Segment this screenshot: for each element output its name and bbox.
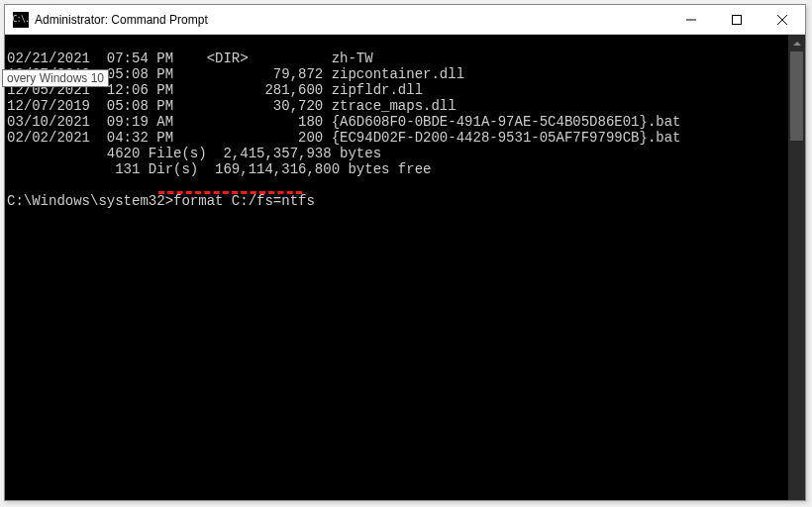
tooltip: overy Windows 10 [2, 69, 109, 87]
output-line: 03/10/2021 09:19 AM 180 {A6D608F0-0BDE-4… [7, 114, 681, 130]
output-line: 131 Dir(s) 169,114,316,800 bytes free [7, 161, 431, 177]
highlight-underline [158, 191, 302, 194]
scroll-up-arrow[interactable] [788, 35, 805, 51]
svg-rect-1 [733, 15, 742, 24]
output-line: 4620 File(s) 2,415,357,938 bytes [7, 146, 381, 161]
terminal-output: 02/21/2021 07:54 PM <DIR> zh-TW 12/07/20… [5, 35, 788, 500]
command-prompt-window: C:\. Administrator: Command Prompt 02/21… [4, 4, 806, 501]
svg-marker-4 [793, 42, 801, 46]
maximize-button[interactable] [714, 5, 760, 34]
window-title: Administrator: Command Prompt [35, 13, 668, 27]
vertical-scrollbar[interactable] [788, 35, 805, 500]
titlebar[interactable]: C:\. Administrator: Command Prompt [5, 5, 805, 35]
terminal-area[interactable]: 02/21/2021 07:54 PM <DIR> zh-TW 12/07/20… [5, 35, 805, 500]
output-line: 12/07/2019 05:08 PM 30,720 ztrace_maps.d… [7, 98, 457, 114]
scroll-thumb[interactable] [790, 51, 803, 141]
prompt-line: C:\Windows\system32>format C:/fs=ntfs [7, 193, 315, 209]
minimize-button[interactable] [668, 5, 714, 34]
output-line: 02/21/2021 07:54 PM <DIR> zh-TW [7, 51, 373, 66]
output-line: 02/02/2021 04:32 PM 200 {EC94D02F-D200-4… [7, 130, 681, 146]
window-controls [668, 5, 805, 34]
close-button[interactable] [760, 5, 805, 34]
app-icon: C:\. [13, 12, 29, 28]
